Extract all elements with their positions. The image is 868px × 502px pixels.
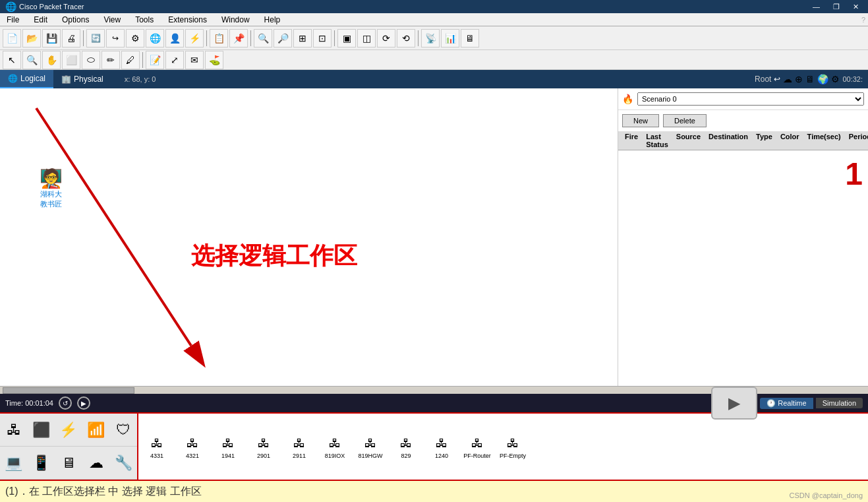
device-pf-router[interactable]: 🖧 PF-Router — [461, 434, 493, 459]
bottom-annotation: (1)．在 工作区选择栏 中 选择 逻辑 工作区 CSDN @captain_d… — [0, 480, 868, 502]
restore-btn[interactable]: ❐ — [829, 3, 844, 11]
menu-window[interactable]: Window — [217, 14, 254, 26]
resize-btn[interactable]: ⤢ — [165, 51, 184, 69]
save-btn[interactable]: 💾 — [42, 29, 61, 47]
device-819iox[interactable]: 🖧 819IOX — [319, 434, 351, 459]
menu-tools[interactable]: Tools — [131, 14, 158, 26]
custom1-btn[interactable]: ▣ — [337, 29, 356, 47]
device-1240[interactable]: 🖧 1240 — [426, 434, 457, 459]
component-btn[interactable]: ⚡ — [185, 29, 204, 47]
cat-phone-icon[interactable]: 📱 — [28, 449, 55, 477]
device-829[interactable]: 🖧 829 — [390, 434, 422, 459]
minimize-btn[interactable]: — — [809, 3, 824, 11]
device-819hgw[interactable]: 🖧 819HGW — [355, 434, 386, 459]
workspace-coords: x: 68, y: 0 — [125, 75, 156, 83]
ellipse-btn[interactable]: ⬭ — [82, 51, 100, 69]
flag-btn[interactable]: ⛳ — [205, 51, 223, 69]
back-btn[interactable]: ↩ — [774, 75, 780, 84]
simulation-btn[interactable]: Simulation — [816, 398, 863, 408]
custom3-btn[interactable]: ⟳ — [377, 29, 395, 47]
zoom-fit-btn[interactable]: ⊡ — [313, 29, 332, 47]
device-pf-empty[interactable]: 🖧 PF-Empty — [497, 434, 529, 459]
time-reset-btn[interactable]: ↺ — [59, 396, 72, 410]
cat-routers-icon[interactable]: 🖧 — [0, 416, 28, 444]
delete-scenario-btn[interactable]: Delete — [663, 114, 707, 127]
cat-row-2: 💻 📱 🖥 ☁ 🔧 — [0, 447, 137, 480]
workspace-canvas[interactable]: 🧑‍🏫 湖科大 教书匠 选择逻辑工作区 — [0, 88, 618, 386]
freehand-btn[interactable]: ✏ — [101, 51, 120, 69]
device-1941[interactable]: 🖧 1941 — [212, 434, 244, 459]
paste-btn[interactable]: 📌 — [229, 29, 248, 47]
rect-btn[interactable]: ⬜ — [62, 51, 80, 69]
cat-cloud-icon[interactable]: ☁ — [82, 449, 110, 477]
search-tool-btn[interactable]: 🔍 — [22, 51, 41, 69]
cat-wireless-icon[interactable]: 📶 — [82, 416, 110, 444]
activity-btn[interactable]: ⚙ — [126, 29, 144, 47]
cat-pc-icon[interactable]: 💻 — [0, 449, 28, 477]
realtime-btn[interactable]: 🕐 Realtime — [760, 398, 813, 409]
workspace-tabbar: 🌐 Logical 🏢 Physical x: 68, y: 0 Root ↩ … — [0, 70, 868, 88]
custom6-btn[interactable]: 📊 — [441, 29, 459, 47]
cat-server-icon[interactable]: 🖥 — [55, 449, 82, 477]
tab-physical-label: Physical — [74, 75, 103, 84]
custom7-btn[interactable]: 🖥 — [461, 29, 479, 47]
play-overlay-btn[interactable]: ▶ — [711, 387, 757, 420]
device-4331[interactable]: 🖧 4331 — [141, 434, 173, 459]
device-categories: 🖧 ⬛ ⚡ 📶 🛡 💻 📱 🖥 ☁ 🔧 — [0, 414, 138, 480]
menu-options[interactable]: Options — [58, 14, 93, 26]
scroll-thumb[interactable] — [3, 387, 134, 394]
zoom-out-btn[interactable]: 🔍 — [254, 29, 272, 47]
network-btn[interactable]: 🌐 — [146, 29, 164, 47]
scenario-select[interactable]: Scenario 0 — [637, 92, 864, 106]
char-line1: 湖科大 — [40, 189, 63, 199]
print-btn[interactable]: 🖨 — [62, 29, 80, 47]
tabbar-right: Root ↩ ☁ ⊕ 🖥 🌍 ⚙ 00:32: — [755, 70, 868, 88]
sep1 — [83, 30, 84, 46]
scenario-row: 🔥 Scenario 0 — [618, 88, 868, 110]
move-btn[interactable]: ✋ — [42, 51, 61, 69]
character-figure: 🧑‍🏫 湖科大 教书匠 — [40, 168, 63, 209]
root-label: Root — [755, 75, 771, 84]
select-btn[interactable]: ↖ — [3, 51, 21, 69]
zoom-reset-btn[interactable]: ⊞ — [293, 29, 312, 47]
cat-hub-icon[interactable]: ⚡ — [55, 416, 82, 444]
device-4321-icon: 🖧 — [181, 434, 204, 453]
time-play-btn[interactable]: ▶ — [77, 396, 90, 410]
close-btn[interactable]: ✕ — [849, 3, 863, 11]
device-4321[interactable]: 🖧 4321 — [177, 434, 208, 459]
bottom-device-panel: 🖧 ⬛ ⚡ 📶 🛡 💻 📱 🖥 ☁ 🔧 🖧 43 — [0, 412, 868, 502]
custom4-btn[interactable]: ⟲ — [397, 29, 415, 47]
help-icon: ? — [861, 16, 865, 24]
open-btn[interactable]: 📂 — [22, 29, 41, 47]
custom2-btn[interactable]: ◫ — [357, 29, 376, 47]
cat-security-icon[interactable]: 🛡 — [109, 416, 137, 444]
zoom-in-btn[interactable]: 🔎 — [274, 29, 292, 47]
redo-btn[interactable]: ↪ — [106, 29, 125, 47]
device-pf-empty-icon: 🖧 — [501, 434, 525, 453]
tab-logical[interactable]: 🌐 Logical — [0, 70, 53, 88]
note-btn[interactable]: 📝 — [146, 51, 164, 69]
menu-file[interactable]: File — [3, 14, 23, 26]
person-btn[interactable]: 👤 — [165, 29, 184, 47]
undo-btn[interactable]: 🔄 — [86, 29, 105, 47]
menu-help[interactable]: Help — [260, 14, 285, 26]
device-2901[interactable]: 🖧 2901 — [248, 434, 279, 459]
new-btn[interactable]: 📄 — [3, 29, 21, 47]
pen-btn[interactable]: 🖊 — [121, 51, 140, 69]
red-arrow — [0, 88, 618, 386]
watermark: CSDN @captain_dong — [790, 491, 863, 499]
copy-btn[interactable]: 📋 — [210, 29, 228, 47]
tab-physical[interactable]: 🏢 Physical — [53, 70, 111, 88]
cat-switches-icon[interactable]: ⬛ — [28, 416, 55, 444]
bottom-annotation-text: (1)．在 工作区选择栏 中 选择 逻辑 工作区 — [5, 485, 202, 499]
cat-custom-icon[interactable]: 🔧 — [109, 449, 137, 477]
menu-edit[interactable]: Edit — [30, 14, 51, 26]
mail-btn[interactable]: ✉ — [185, 51, 204, 69]
toolbar-secondary: ↖ 🔍 ✋ ⬜ ⬭ ✏ 🖊 📝 ⤢ ✉ ⛳ — [0, 50, 868, 70]
custom5-btn[interactable]: 📡 — [421, 29, 440, 47]
app-icon: 🌐 — [5, 1, 16, 12]
device-2911[interactable]: 🖧 2911 — [283, 434, 315, 459]
new-scenario-btn[interactable]: New — [622, 114, 659, 127]
menu-view[interactable]: View — [100, 14, 125, 26]
menu-extensions[interactable]: Extensions — [164, 14, 211, 26]
